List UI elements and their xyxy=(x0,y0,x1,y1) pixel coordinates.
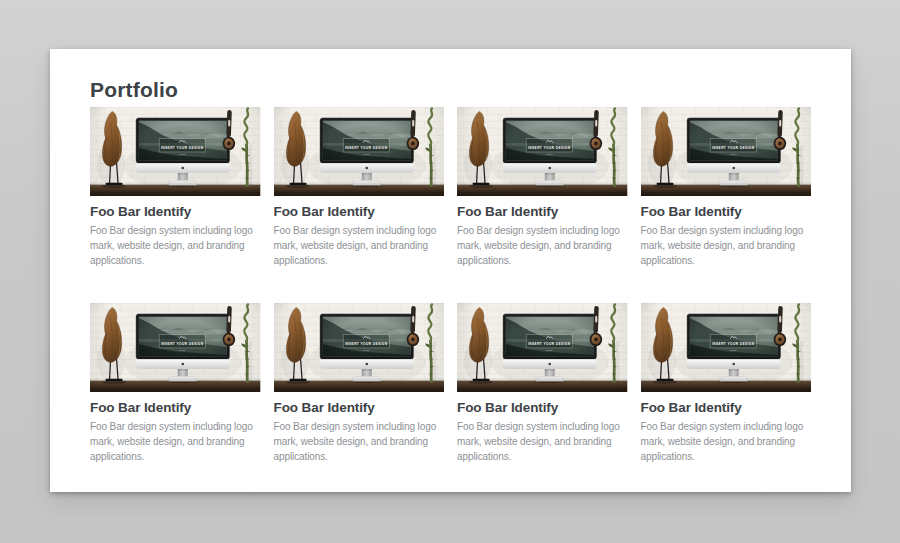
portfolio-thumbnail[interactable] xyxy=(641,107,812,196)
portfolio-card: Foo Bar Identify Foo Bar design system i… xyxy=(274,303,445,464)
portfolio-thumbnail[interactable] xyxy=(90,107,261,196)
card-description: Foo Bar design system including logomark… xyxy=(274,223,445,268)
card-description-line: Foo Bar design system including logo xyxy=(274,223,445,238)
card-title: Foo Bar Identify xyxy=(457,203,628,220)
portfolio-grid: Foo Bar Identify Foo Bar design system i… xyxy=(90,107,811,464)
portfolio-card: Foo Bar Identify Foo Bar design system i… xyxy=(457,303,628,464)
portfolio-thumbnail[interactable] xyxy=(274,303,445,392)
card-description-line: applications. xyxy=(457,253,628,268)
card-description: Foo Bar design system including logomark… xyxy=(641,419,812,464)
portfolio-card: Foo Bar Identify Foo Bar design system i… xyxy=(641,107,812,268)
card-description-line: Foo Bar design system including logo xyxy=(641,223,812,238)
imac-mockup-photo xyxy=(641,303,812,392)
imac-mockup-photo xyxy=(641,107,812,196)
portfolio-card: Foo Bar Identify Foo Bar design system i… xyxy=(90,303,261,464)
imac-mockup-photo xyxy=(457,303,628,392)
card-description-line: applications. xyxy=(641,449,812,464)
card-description-line: Foo Bar design system including logo xyxy=(457,223,628,238)
card-description-line: mark, website design, and branding xyxy=(641,434,812,449)
imac-mockup-photo xyxy=(457,107,628,196)
card-description-line: mark, website design, and branding xyxy=(90,434,261,449)
card-description-line: mark, website design, and branding xyxy=(457,238,628,253)
card-description: Foo Bar design system including logomark… xyxy=(457,223,628,268)
card-description-line: mark, website design, and branding xyxy=(641,238,812,253)
card-description-line: applications. xyxy=(90,253,261,268)
portfolio-card: Foo Bar Identify Foo Bar design system i… xyxy=(457,107,628,268)
portfolio-thumbnail[interactable] xyxy=(90,303,261,392)
portfolio-card: Foo Bar Identify Foo Bar design system i… xyxy=(274,107,445,268)
portfolio-thumbnail[interactable] xyxy=(274,107,445,196)
portfolio-card: Foo Bar Identify Foo Bar design system i… xyxy=(641,303,812,464)
card-title: Foo Bar Identify xyxy=(90,399,261,416)
card-description: Foo Bar design system including logomark… xyxy=(90,419,261,464)
card-title: Foo Bar Identify xyxy=(457,399,628,416)
imac-mockup-photo xyxy=(90,303,261,392)
card-title: Foo Bar Identify xyxy=(90,203,261,220)
card-description: Foo Bar design system including logomark… xyxy=(457,419,628,464)
card-description-line: applications. xyxy=(274,449,445,464)
card-description-line: mark, website design, and branding xyxy=(90,238,261,253)
portfolio-thumbnail[interactable] xyxy=(457,107,628,196)
card-description-line: mark, website design, and branding xyxy=(274,238,445,253)
card-description-line: applications. xyxy=(274,253,445,268)
card-description-line: mark, website design, and branding xyxy=(457,434,628,449)
portfolio-thumbnail[interactable] xyxy=(641,303,812,392)
card-description-line: Foo Bar design system including logo xyxy=(274,419,445,434)
card-description: Foo Bar design system including logomark… xyxy=(641,223,812,268)
card-title: Foo Bar Identify xyxy=(274,399,445,416)
imac-mockup-photo xyxy=(274,107,445,196)
card-description-line: applications. xyxy=(641,253,812,268)
content-panel: Portfolio Foo Bar Identify Foo Bar desig… xyxy=(50,49,851,492)
card-description: Foo Bar design system including logomark… xyxy=(274,419,445,464)
card-description-line: Foo Bar design system including logo xyxy=(90,223,261,238)
card-description-line: Foo Bar design system including logo xyxy=(457,419,628,434)
page-title: Portfolio xyxy=(90,76,811,103)
portfolio-card: Foo Bar Identify Foo Bar design system i… xyxy=(90,107,261,268)
imac-mockup-photo xyxy=(90,107,261,196)
portfolio-thumbnail[interactable] xyxy=(457,303,628,392)
imac-mockup-photo xyxy=(274,303,445,392)
card-title: Foo Bar Identify xyxy=(641,203,812,220)
card-title: Foo Bar Identify xyxy=(641,399,812,416)
card-description-line: applications. xyxy=(457,449,628,464)
card-description-line: applications. xyxy=(90,449,261,464)
card-title: Foo Bar Identify xyxy=(274,203,445,220)
card-description-line: mark, website design, and branding xyxy=(274,434,445,449)
card-description-line: Foo Bar design system including logo xyxy=(641,419,812,434)
card-description: Foo Bar design system including logomark… xyxy=(90,223,261,268)
card-description-line: Foo Bar design system including logo xyxy=(90,419,261,434)
